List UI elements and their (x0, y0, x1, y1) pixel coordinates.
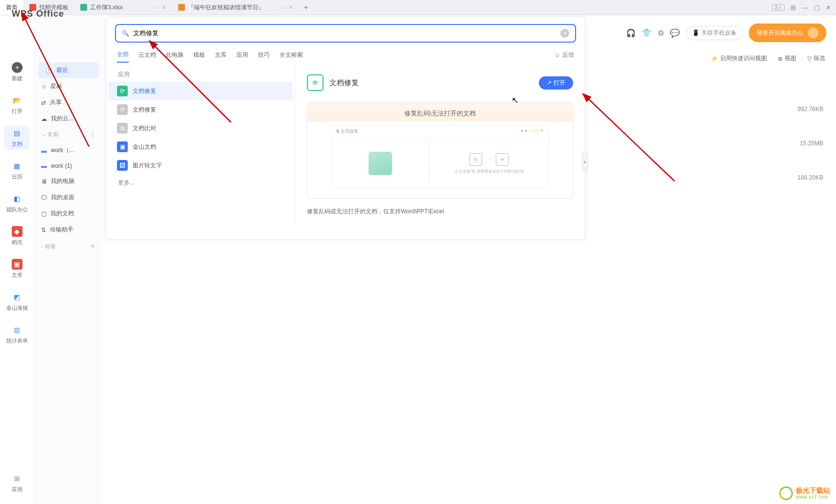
sidebar-transfer[interactable]: ⇅ 传输助手 (34, 222, 103, 238)
preview-window-controls: ● ● — ▢ ✕ (521, 128, 544, 135)
rail-form[interactable]: ▥ 统计表单 (0, 322, 34, 346)
preview-box-doc-icon: ⎘ (469, 153, 482, 166)
search-tab-local[interactable]: 此电脑 (166, 48, 184, 62)
repair-icon: ⟳ (117, 86, 128, 96)
close-icon[interactable]: ✕ (162, 4, 166, 11)
close-window-icon[interactable]: ✕ (826, 4, 831, 11)
rail-open-label: 打开 (12, 108, 23, 115)
file-size-2: 15.25MB (797, 140, 823, 147)
preview-headline: 修复乱码\无法打开的文档 (307, 102, 573, 122)
link-device-button[interactable]: 📱 关联手机设备 (686, 26, 743, 40)
rail-calendar[interactable]: ▦ 日历 (0, 159, 34, 183)
watermark-line1: 极光下载站 (796, 487, 830, 494)
rail-open[interactable]: 📂 打开 (0, 93, 34, 117)
rail-new[interactable]: ＋ 新建 (0, 60, 34, 84)
preview-illustration-icon (369, 152, 392, 175)
rail-new-label: 新建 (12, 75, 23, 82)
chevron-down-icon[interactable]: ⌄ (41, 132, 46, 138)
gear-icon[interactable]: ⚙ (657, 28, 664, 38)
result-label: 文档修复 (133, 106, 156, 114)
rail-library[interactable]: ▣ 文库 (0, 257, 34, 281)
chat-icon[interactable]: 💬 (670, 28, 680, 38)
headset-icon[interactable]: 🎧 (626, 28, 636, 38)
detail-title: 文档修复 (329, 78, 359, 88)
clear-icon[interactable]: ✕ (560, 29, 569, 38)
result-doc-repair-2[interactable]: ⟳ 文档修复 (108, 100, 293, 119)
search-input[interactable] (133, 30, 557, 37)
result-doc-compare[interactable]: ⧉ 文档比对 (108, 119, 293, 137)
sidebar-mydesktop[interactable]: 🖵 我的桌面 (34, 189, 103, 206)
tab-ppt[interactable]: 『端午狂欢祝福浓情满节日』 ▭ ✕ (172, 0, 299, 15)
close-icon[interactable]: ✕ (288, 4, 293, 11)
rail-poster[interactable]: ◩ 金山海报 (0, 290, 34, 314)
shirt-icon[interactable]: 👕 (642, 28, 651, 38)
tab-xlsx[interactable]: 工作簿3.xlsx ▭ ✕ (74, 0, 172, 15)
sidebar-share[interactable]: ⇄ 共享 (34, 94, 103, 111)
add-icon[interactable]: ＋ (89, 242, 96, 251)
sidebar-recent[interactable]: 🕓 最近 (38, 62, 99, 78)
plus-icon: ＋ (12, 62, 23, 73)
chevron-right-icon[interactable]: › (41, 243, 43, 249)
view-mode-icon[interactable]: 2⫽ (772, 4, 785, 11)
login-label: 登录开启高效办公 (757, 29, 804, 37)
sidebar-work2[interactable]: ▬ work (1) (34, 159, 103, 173)
tab-add-button[interactable]: ＋ (299, 2, 313, 13)
search-tab-apps[interactable]: 应用 (236, 48, 248, 62)
rail-docs-label: 文档 (12, 140, 23, 148)
sidebar-work2-label: work (1) (51, 162, 72, 169)
rail-form-label: 统计表单 (6, 337, 28, 344)
tab-xlsx-label: 工作簿3.xlsx (90, 3, 123, 12)
ocr-icon: 🖼 (117, 160, 128, 171)
quick-view-toggle[interactable]: ⚡ 启用快速访问视图 (711, 54, 767, 63)
minimize-icon[interactable]: — (802, 4, 808, 11)
open-button[interactable]: ↗ 打开 (539, 76, 573, 90)
left-rail: ＋ 新建 📂 打开 ▤ 文档 ▦ 日历 ◧ 团队办公 ◆ 稻壳 ▣ 文库 ◩ (0, 15, 34, 504)
login-button[interactable]: 登录开启高效办公 (749, 23, 826, 42)
sidebar-mydocs[interactable]: ▢ 我的文档 (34, 206, 103, 222)
rail-team-label: 团队办公 (6, 206, 28, 213)
search-box[interactable]: 🔍 ✕ (115, 24, 576, 43)
rail-rice[interactable]: ◆ 稻壳 (0, 224, 34, 248)
search-tab-template[interactable]: 模板 (193, 48, 205, 62)
search-tab-tips[interactable]: 技巧 (258, 48, 270, 62)
repair-outline-icon: ⟳ (117, 104, 128, 115)
sidebar-mycomputer-label: 我的电脑 (51, 177, 74, 185)
sidebar-mycomputer[interactable]: 🖥 我的电脑 (34, 173, 103, 189)
results-section-title: 应用 (108, 69, 293, 82)
rail-rice-label: 稻壳 (12, 239, 23, 246)
results-more[interactable]: 更多... (108, 175, 293, 191)
search-tabs: 全部 云文档 此电脑 模板 文库 应用 技巧 全文检索 ☺ 反馈 (106, 47, 585, 63)
feedback-link[interactable]: ☺ 反馈 (555, 51, 574, 59)
dropdown-icon[interactable]: ▭ (153, 4, 159, 11)
filter-button[interactable]: ▽ 筛选 (807, 54, 825, 63)
list-view-button[interactable]: ≣ 视图 (778, 54, 796, 63)
grid-icon[interactable]: ⊞ (790, 4, 796, 11)
result-jinshan-docs[interactable]: ▣ 金山文档 (108, 137, 293, 156)
sidebar-star-label: 星标 (50, 82, 62, 91)
sidebar-mycloud[interactable]: ☁ 我的云... (34, 111, 103, 127)
dropdown-icon[interactable]: ▭ (280, 4, 285, 11)
preview-brand-label: 文档修复 (341, 129, 358, 134)
apps-grid-icon: ⊞ (12, 473, 23, 484)
more-icon[interactable]: ⋮ (89, 131, 96, 138)
search-tab-cloud[interactable]: 云文档 (139, 48, 156, 62)
result-detail: ⟳ 文档修复 ↗ 打开 修复乱码\无法打开的文档 S 文档修复 ● ● — (295, 66, 585, 225)
search-tab-all[interactable]: 全部 (117, 47, 129, 63)
folder-icon: ▬ (41, 147, 47, 154)
slide-handle[interactable]: ▸ (582, 152, 588, 171)
rail-docs[interactable]: ▤ 文档 (4, 126, 30, 150)
watermark-line2: www.xz7.com (796, 494, 830, 500)
search-tab-fulltext[interactable]: 全文检索 (279, 48, 303, 62)
avatar-icon (808, 27, 818, 38)
sidebar-star[interactable]: ☆ 星标 (34, 78, 103, 94)
file-size-column: 992.76KB 15.25MB 188.20KB (797, 106, 823, 181)
form-icon: ▥ (12, 324, 23, 335)
rail-apps[interactable]: ⊞ 应用 (0, 471, 34, 495)
result-ocr[interactable]: 🖼 图片转文字 (108, 156, 293, 175)
result-doc-repair-1[interactable]: ⟳ 文档修复 (108, 82, 293, 100)
search-tab-library[interactable]: 文库 (215, 48, 227, 62)
sidebar-work1[interactable]: ▬ work（... (34, 142, 103, 159)
rail-team[interactable]: ◧ 团队办公 (0, 191, 34, 215)
sidebar-mycloud-label: 我的云... (51, 115, 73, 123)
maximize-icon[interactable]: ▢ (814, 4, 820, 11)
